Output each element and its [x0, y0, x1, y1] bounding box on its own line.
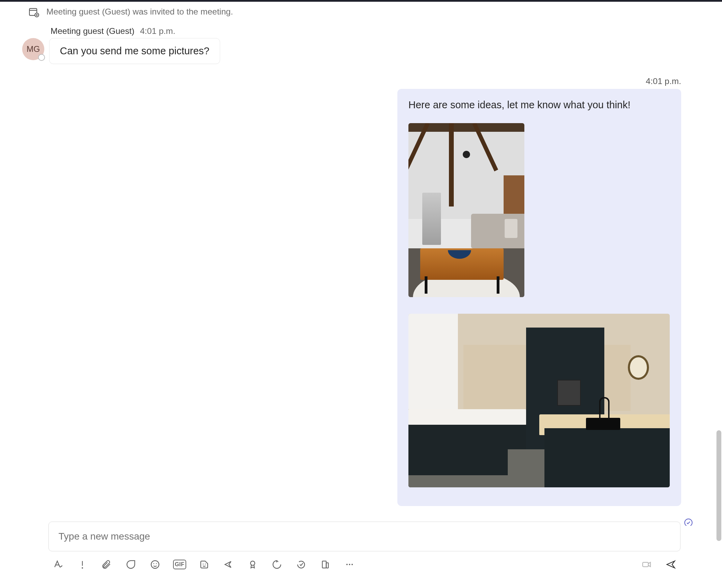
- attach-icon[interactable]: [100, 558, 113, 571]
- svg-point-7: [82, 567, 83, 569]
- avatar-initials: MG: [27, 44, 40, 54]
- outgoing-message-text: Here are some ideas, let me know what yo…: [408, 99, 670, 111]
- svg-point-13: [251, 561, 255, 566]
- gif-icon[interactable]: GIF: [173, 560, 186, 569]
- attachment-image-2[interactable]: [408, 314, 670, 487]
- outgoing-message-block: 4:01 p.m. Here are some ideas, let me kn…: [1, 76, 681, 506]
- send-button[interactable]: [665, 558, 677, 571]
- attachment-image-1[interactable]: [408, 123, 524, 297]
- format-icon[interactable]: [52, 558, 64, 571]
- composer-toolbar: GIF: [48, 558, 680, 571]
- svg-point-5: [685, 519, 692, 526]
- incoming-message-text: Can you send me some pictures?: [60, 45, 209, 56]
- svg-point-11: [203, 564, 204, 565]
- outgoing-message-bubble[interactable]: Here are some ideas, let me know what yo…: [397, 89, 681, 506]
- system-event-text: Meeting guest (Guest) was invited to the…: [46, 7, 233, 17]
- message-input-placeholder: Type a new message: [58, 531, 150, 542]
- outgoing-time: 4:01 p.m.: [646, 76, 681, 86]
- sticker-icon[interactable]: [198, 558, 210, 571]
- incoming-message-header: Meeting guest (Guest) 4:01 p.m.: [51, 26, 721, 36]
- svg-point-12: [205, 564, 206, 565]
- priority-icon[interactable]: [76, 558, 89, 571]
- praise-icon[interactable]: [246, 558, 259, 571]
- incoming-time: 4:01 p.m.: [140, 26, 175, 36]
- window-top-bar: [0, 0, 722, 2]
- svg-point-8: [151, 561, 159, 569]
- composer-area: Type a new message GIF: [48, 522, 680, 571]
- read-receipt-icon: [684, 518, 693, 526]
- message-input[interactable]: Type a new message: [48, 522, 680, 551]
- svg-point-17: [349, 564, 350, 565]
- calendar-add-icon: [28, 6, 39, 18]
- presence-indicator: [38, 54, 45, 61]
- scrollbar-thumb[interactable]: [716, 430, 721, 541]
- system-event-row: Meeting guest (Guest) was invited to the…: [1, 3, 721, 18]
- svg-point-16: [346, 564, 348, 565]
- video-clip-icon[interactable]: [640, 558, 653, 571]
- svg-rect-14: [322, 561, 326, 568]
- incoming-message-row: MG Can you send me some pictures?: [22, 38, 721, 64]
- avatar[interactable]: MG: [22, 38, 44, 60]
- loop-icon[interactable]: [125, 558, 137, 571]
- sneak-send-icon[interactable]: [222, 558, 235, 571]
- svg-rect-19: [643, 562, 648, 567]
- svg-point-9: [153, 563, 154, 564]
- incoming-message-bubble[interactable]: Can you send me some pictures?: [49, 38, 220, 64]
- svg-rect-15: [326, 563, 328, 568]
- chat-scroll-area: Meeting guest (Guest) was invited to the…: [1, 3, 721, 526]
- emoji-icon[interactable]: [149, 558, 161, 571]
- sender-name: Meeting guest (Guest): [51, 26, 134, 36]
- more-icon[interactable]: [343, 558, 356, 571]
- actions-icon[interactable]: [271, 558, 283, 571]
- svg-point-10: [156, 563, 157, 564]
- approvals-icon[interactable]: [295, 558, 307, 571]
- svg-point-18: [352, 564, 353, 565]
- updates-icon[interactable]: [319, 558, 332, 571]
